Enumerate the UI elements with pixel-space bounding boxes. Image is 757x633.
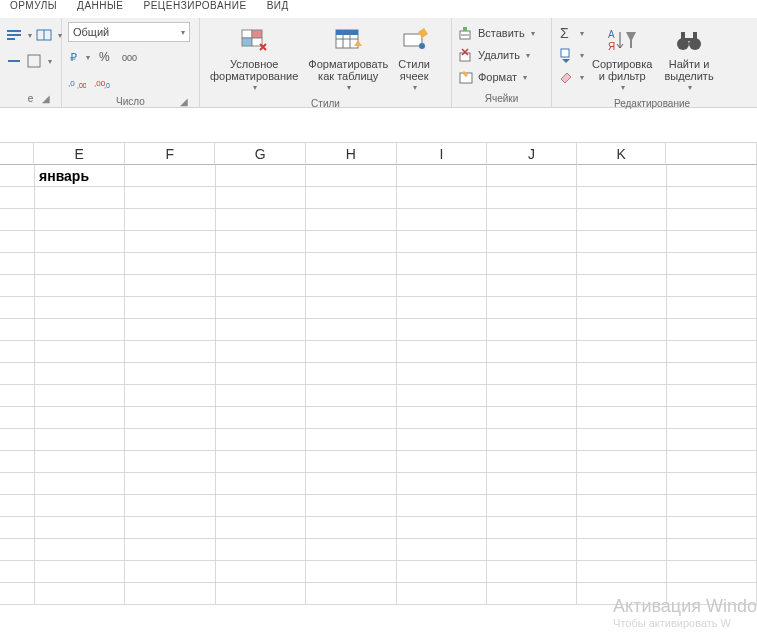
column-header-G[interactable]: G: [215, 143, 306, 165]
cell[interactable]: [0, 275, 35, 297]
cell[interactable]: [306, 539, 396, 561]
fill-button[interactable]: ▾: [558, 44, 584, 66]
cell[interactable]: [35, 561, 125, 583]
cell[interactable]: [216, 231, 306, 253]
column-header-K[interactable]: K: [577, 143, 667, 165]
cell[interactable]: [125, 561, 215, 583]
cell[interactable]: [35, 583, 125, 605]
cell[interactable]: [667, 319, 757, 341]
cell[interactable]: [577, 165, 667, 187]
cell[interactable]: [487, 319, 577, 341]
cell[interactable]: [125, 429, 215, 451]
cell[interactable]: [667, 209, 757, 231]
cell[interactable]: [0, 583, 35, 605]
cell[interactable]: [667, 451, 757, 473]
insert-cells-button[interactable]: Вставить ▾: [458, 22, 535, 44]
cell[interactable]: [397, 231, 487, 253]
cell[interactable]: [577, 341, 667, 363]
cell[interactable]: [0, 407, 35, 429]
cell[interactable]: [577, 495, 667, 517]
cell[interactable]: [35, 187, 125, 209]
cell[interactable]: [0, 385, 35, 407]
cell[interactable]: [35, 297, 125, 319]
cell[interactable]: [0, 187, 35, 209]
tab-review[interactable]: РЕЦЕНЗИРОВАНИЕ: [134, 0, 257, 18]
cell[interactable]: [125, 385, 215, 407]
cell[interactable]: [487, 473, 577, 495]
cell[interactable]: [0, 517, 35, 539]
conditional-formatting-button[interactable]: Условное форматирование ▾: [206, 22, 302, 96]
cell[interactable]: [306, 407, 396, 429]
column-header-H[interactable]: H: [306, 143, 397, 165]
cell[interactable]: [125, 275, 215, 297]
cell[interactable]: [216, 319, 306, 341]
cell[interactable]: [397, 561, 487, 583]
cell[interactable]: [306, 209, 396, 231]
cell[interactable]: [577, 451, 667, 473]
cell[interactable]: [216, 187, 306, 209]
cell[interactable]: [397, 451, 487, 473]
cell[interactable]: [125, 407, 215, 429]
cell[interactable]: [487, 165, 577, 187]
find-select-button[interactable]: Найти и выделить ▾: [660, 22, 717, 96]
cell[interactable]: [667, 231, 757, 253]
cell[interactable]: [397, 209, 487, 231]
cell[interactable]: [125, 209, 215, 231]
cell[interactable]: [0, 561, 35, 583]
cell-styles-button[interactable]: Стили ячеек ▾: [394, 22, 434, 96]
cell[interactable]: [216, 407, 306, 429]
wrap-text-icon[interactable]: [6, 27, 22, 43]
cell[interactable]: [667, 561, 757, 583]
cell[interactable]: [0, 429, 35, 451]
cell[interactable]: [35, 517, 125, 539]
cell[interactable]: [577, 231, 667, 253]
dialog-launcher-icon[interactable]: ◢: [178, 95, 190, 107]
cell[interactable]: [667, 583, 757, 605]
cell[interactable]: [35, 451, 125, 473]
cell[interactable]: [667, 187, 757, 209]
cell[interactable]: [487, 209, 577, 231]
cell[interactable]: [216, 341, 306, 363]
cell[interactable]: [397, 297, 487, 319]
percent-icon[interactable]: %: [98, 49, 114, 65]
cell[interactable]: [216, 583, 306, 605]
cell[interactable]: [35, 231, 125, 253]
sort-filter-button[interactable]: АЯ Сортировка и фильтр ▾: [588, 22, 656, 96]
cell[interactable]: [487, 583, 577, 605]
borders-icon[interactable]: [26, 53, 42, 69]
cell[interactable]: [306, 275, 396, 297]
cell[interactable]: [35, 363, 125, 385]
autosum-button[interactable]: Σ ▾: [558, 22, 584, 44]
comma-style-icon[interactable]: 000: [122, 50, 140, 64]
cell[interactable]: [667, 407, 757, 429]
cell[interactable]: [0, 253, 35, 275]
column-header-F[interactable]: F: [125, 143, 216, 165]
cell[interactable]: [216, 561, 306, 583]
cell[interactable]: [397, 429, 487, 451]
cell[interactable]: [577, 385, 667, 407]
cell[interactable]: [216, 297, 306, 319]
cell[interactable]: [306, 473, 396, 495]
cell[interactable]: [487, 231, 577, 253]
cell[interactable]: [487, 275, 577, 297]
cell[interactable]: [125, 363, 215, 385]
cell[interactable]: [577, 407, 667, 429]
cell[interactable]: [216, 165, 306, 187]
format-as-table-button[interactable]: Форматировать как таблицу ▾: [304, 22, 392, 96]
cell[interactable]: [0, 451, 35, 473]
cell[interactable]: [397, 495, 487, 517]
cell[interactable]: [125, 539, 215, 561]
cell[interactable]: [306, 341, 396, 363]
cell[interactable]: [216, 253, 306, 275]
cell[interactable]: [397, 385, 487, 407]
tab-data[interactable]: ДАННЫЕ: [67, 0, 133, 18]
cell[interactable]: [0, 363, 35, 385]
cell[interactable]: [667, 517, 757, 539]
cell[interactable]: [0, 341, 35, 363]
cell[interactable]: [0, 539, 35, 561]
align-icon[interactable]: [6, 53, 22, 69]
cell[interactable]: [306, 583, 396, 605]
increase-decimal-icon[interactable]: ,0,00: [68, 76, 86, 90]
cell[interactable]: [306, 385, 396, 407]
cell[interactable]: [667, 341, 757, 363]
